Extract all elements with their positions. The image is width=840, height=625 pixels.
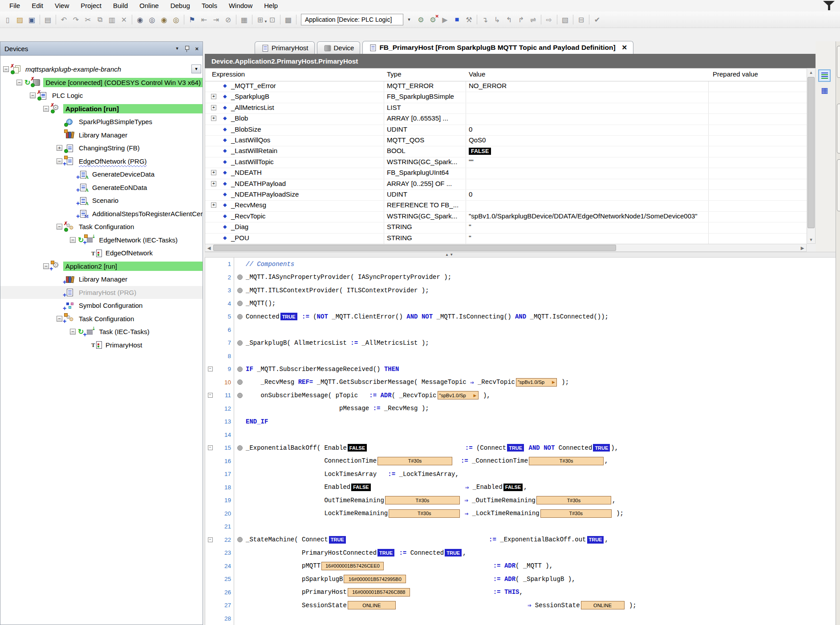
watch-row-lastwillqos[interactable]: ◆_LastWillQosMQTT_QOSQoS0 [205, 135, 807, 146]
code-line-13[interactable]: 13END_IF [205, 415, 836, 428]
tree-item-edgeofnetwork-prg[interactable]: −+EdgeOfNetwork (PRG) [0, 155, 203, 168]
filter-funnel-icon[interactable] [823, 1, 836, 11]
bookmark-icon[interactable]: ⚑ [186, 14, 198, 25]
menu-item-tools[interactable]: Tools [196, 0, 223, 12]
step-out-icon[interactable]: ↰ [503, 14, 515, 25]
breakpoint-dot-icon[interactable] [237, 393, 243, 398]
chevron-down-icon[interactable]: ▼ [406, 14, 412, 25]
breakpoint-dot-icon[interactable] [237, 288, 243, 293]
fold-collapse-icon[interactable]: − [208, 367, 213, 371]
tree-item-primaryhost[interactable]: TPrimaryHost [0, 339, 203, 352]
tree-item-device-connected-codesys-control-win-v3-x64[interactable]: −↻✗Device [connected] (CODESYS Control W… [0, 76, 203, 89]
menu-item-edit[interactable]: Edit [26, 0, 49, 12]
logout-icon[interactable]: ⚙✕ [427, 14, 439, 25]
expand-icon[interactable]: + [211, 170, 216, 175]
print-icon[interactable]: ▤ [42, 14, 54, 25]
expand-icon[interactable]: + [57, 145, 62, 151]
breakpoint-dot-icon[interactable] [237, 314, 243, 319]
watch-row-mqtt-eerror[interactable]: ◆_MQTT_eErrorMQTT_ERRORNO_ERROR [205, 81, 807, 92]
tree-item-symbol-configuration[interactable]: +Symbol Configuration [0, 299, 203, 312]
menu-item-debug[interactable]: Debug [165, 0, 196, 12]
copy-icon[interactable]: ⧉ [94, 14, 106, 25]
code-line-19[interactable]: 19 OutTimeRemainingT#30s ⇒ _OutTimeRemai… [205, 494, 836, 507]
replace-in-project-icon[interactable]: ◎ [170, 14, 182, 25]
breakpoint-dot-icon[interactable] [237, 340, 243, 346]
tab-device[interactable]: Device [317, 41, 361, 54]
update-device-icon[interactable]: ▩ [282, 14, 294, 25]
scrollbar-thumb[interactable] [213, 245, 616, 251]
redo-icon[interactable]: ↷ [70, 14, 82, 25]
new-file-icon[interactable]: ▯ [2, 14, 14, 25]
expand-value-icon[interactable]: ▶ [552, 380, 555, 384]
close-icon[interactable]: ✕ [622, 44, 628, 52]
scroll-left-icon[interactable] [205, 244, 213, 251]
code-line-5[interactable]: 5ConnectedTRUE := (NOT _MQTT.ClientError… [205, 310, 836, 323]
breakpoint-dot-icon[interactable] [237, 537, 243, 542]
step-over-icon[interactable]: ↴ [479, 14, 491, 25]
write-values-icon[interactable]: ✔ [591, 14, 603, 25]
clear-bookmarks-icon[interactable]: ⊘ [222, 14, 234, 25]
code-line-20[interactable]: 20 LockTimeRemainingT#30s ⇒ _LockTimeRem… [205, 507, 836, 520]
tree-item-library-manager[interactable]: Library Manager [0, 129, 203, 142]
expand-icon[interactable]: + [211, 116, 216, 121]
collapsed-panel-tab[interactable] [837, 46, 840, 78]
stop-icon[interactable]: ■ [451, 14, 463, 25]
fold-collapse-icon[interactable]: − [208, 537, 213, 542]
code-line-10[interactable]: 10 _RecvMesg REF= _MQTT.GetSubscriberMes… [205, 376, 836, 389]
watch-row-ndeath[interactable]: +◆_NDEATHFB_SparkplugUInt64 [205, 168, 807, 179]
code-line-15[interactable]: −15_ExponentialBackOff( EnableFALSE := (… [205, 441, 836, 455]
watch-row-ndeathpayload[interactable]: +◆_NDEATHPayloadARRAY [0..255] OF ... [205, 179, 807, 190]
tree-item-library-manager[interactable]: +Library Manager [0, 273, 203, 286]
collapse-icon[interactable]: − [57, 158, 62, 164]
find-replace-icon[interactable]: ◎ [146, 14, 158, 25]
breakpoint-dot-icon[interactable] [237, 379, 243, 385]
breakpoint-dot-icon[interactable] [237, 367, 243, 372]
splitter-handle[interactable] [205, 252, 836, 258]
collapse-icon[interactable]: − [3, 66, 9, 72]
collapse-icon[interactable]: − [57, 224, 62, 230]
save-icon[interactable]: ▣ [26, 14, 38, 25]
watch-row-allmetricslist[interactable]: +◆_AllMetricsListLIST [205, 103, 807, 114]
add-object-icon[interactable]: ⊞▼ [254, 14, 266, 25]
menu-item-window[interactable]: Window [223, 0, 258, 12]
tree-item-edgefnetwork-iec-tasks[interactable]: −↻⇣+EdgefNetwork (IEC-Tasks) [0, 234, 203, 247]
collapsed-panel-tab[interactable] [837, 159, 840, 211]
code-line-7[interactable]: 7_SparkplugB( AllmetricsList := _AllMetr… [205, 336, 836, 350]
step-into-icon[interactable]: ↳ [491, 14, 503, 25]
watch-row-diag[interactable]: ◆_DiagSTRING'' [205, 222, 807, 233]
expand-value-icon[interactable]: ▶ [474, 393, 477, 398]
tree-item-primaryhost-prg[interactable]: +PrimaryHost (PRG) [0, 286, 203, 299]
code-line-24[interactable]: 24 pMQTT16#000001B57426CEE0 := ADR( _MQT… [205, 560, 836, 573]
code-line-8[interactable]: 8 [205, 350, 836, 363]
build-icon[interactable]: ▧ [559, 14, 571, 25]
watch-row-ndeathpayloadsize[interactable]: ◆_NDEATHPayloadSizeUDINT0 [205, 190, 807, 201]
code-line-18[interactable]: 18 EnabledFALSE ⇒ _EnabledFALSE, [205, 481, 836, 494]
menu-item-online[interactable]: Online [134, 0, 164, 12]
collapse-icon[interactable]: − [43, 106, 49, 112]
chevron-down-icon[interactable]: ▼ [175, 46, 179, 51]
cut-icon[interactable]: ✂ [82, 14, 94, 25]
tree-item-scenario[interactable]: A+Scenario [0, 194, 203, 207]
reset-icon[interactable]: ⚒ [463, 14, 475, 25]
tree-item-task-iec-tasks[interactable]: −↻⇣+Task (IEC-Tasks) [0, 325, 203, 339]
open-project-icon[interactable]: ▨ [14, 14, 26, 25]
tree-item-application2-run[interactable]: −⚙+Application2 [run] [0, 260, 203, 273]
flow-control-icon[interactable]: ⇨ [543, 14, 555, 25]
code-line-21[interactable]: 21 [205, 520, 836, 533]
single-cycle-icon[interactable]: ⇌ [527, 14, 539, 25]
tree-dropdown-button[interactable]: ▼ [191, 65, 201, 73]
code-line-9[interactable]: −9IF _MQTT.SubscriberMessageReceived() T… [205, 363, 836, 376]
expand-icon[interactable]: + [211, 105, 216, 110]
tree-item-additionalstepstoregisteraclientcertificate[interactable]: M+AdditionalStepsToRegisterAClientCertif… [0, 207, 203, 221]
code-line-25[interactable]: 25 pSparkplugB16#000001B5742995B0 := ADR… [205, 573, 836, 586]
tree-item-application-run[interactable]: −⚙✗Application [run] [0, 102, 203, 116]
tree-item-plc-logic[interactable]: −✗PLC Logic [0, 89, 203, 102]
watch-row-pou[interactable]: ◆_POUSTRING'' [205, 233, 807, 244]
watch-row-recvtopic[interactable]: ◆_RecvTopicWSTRING(GC_Spark..."spBv1.0/S… [205, 211, 807, 222]
expand-icon[interactable]: + [211, 181, 216, 186]
collapse-icon[interactable]: − [43, 263, 49, 269]
code-line-16[interactable]: 16 ConnectionTimeT#30s := _ConnectionTim… [205, 455, 836, 468]
column-header-value[interactable]: Value [469, 70, 485, 78]
expand-icon[interactable]: + [211, 202, 216, 208]
watch-row-sparkplugb[interactable]: +◆_SparkplugBFB_SparkplugBSimple [205, 92, 807, 103]
